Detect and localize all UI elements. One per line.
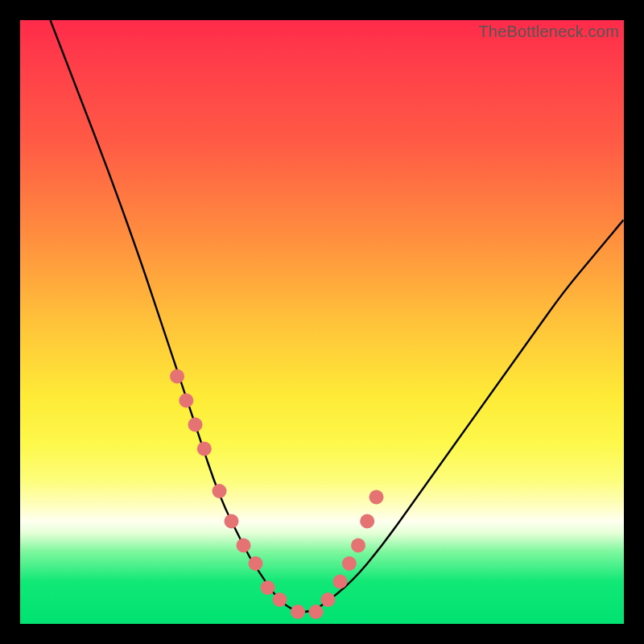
marker-dot	[369, 490, 384, 505]
bottleneck-curve-svg	[20, 20, 624, 624]
marker-dot	[321, 592, 336, 607]
marker-dot	[225, 514, 239, 529]
marker-dot	[351, 539, 365, 553]
marker-dot	[188, 418, 203, 432]
marker-dot	[170, 369, 184, 384]
marker-dot	[249, 556, 263, 571]
marker-dot	[333, 575, 348, 589]
marker-dot	[197, 442, 212, 456]
curve-path	[51, 20, 625, 612]
marker-dot	[360, 514, 374, 529]
marker-dot	[237, 539, 251, 553]
marker-dot	[213, 484, 227, 498]
marker-dot	[261, 580, 275, 595]
marker-dot	[342, 556, 357, 571]
chart-area: TheBottleneck.com	[20, 20, 624, 624]
marker-dot	[291, 605, 305, 619]
marker-dot	[309, 605, 324, 619]
watermark-text: TheBottleneck.com	[478, 23, 619, 41]
marker-dot	[273, 592, 287, 607]
marker-dot	[179, 394, 193, 408]
